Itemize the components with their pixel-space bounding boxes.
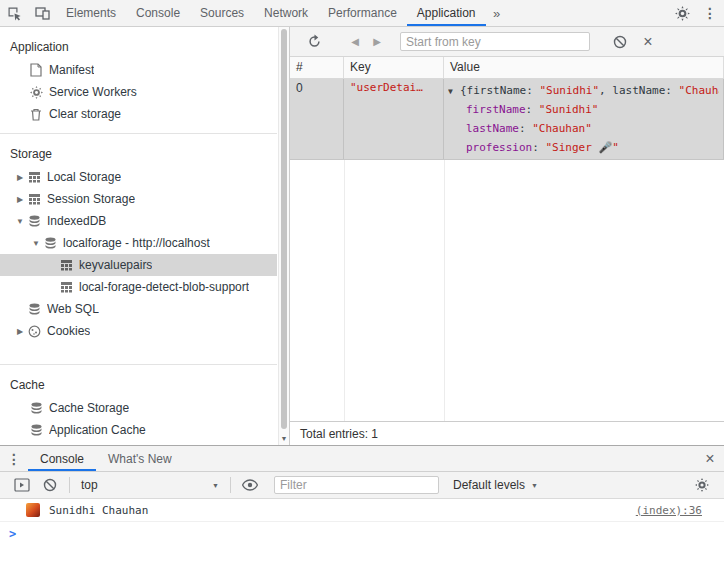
drawer-close-icon[interactable]: ×	[696, 446, 724, 471]
sidebar-item-clear-storage[interactable]: Clear storage	[0, 103, 277, 125]
section-storage: Storage	[0, 142, 277, 166]
chevron-down-icon[interactable]: ▼	[448, 82, 460, 100]
message-avatar	[26, 503, 40, 517]
sidebar-item-service-workers[interactable]: Service Workers	[0, 81, 277, 103]
console-message: Sunidhi Chauhan (index):36	[0, 499, 724, 522]
console-sidebar-toggle-icon[interactable]	[8, 478, 36, 492]
scroll-down-button[interactable]: ▼	[279, 431, 289, 445]
sidebar-item-cookies[interactable]: ▶ Cookies	[0, 320, 277, 342]
toolbar-divider	[69, 477, 70, 493]
table-icon	[58, 281, 74, 293]
row-value: ▼{firstName: "Sunidhi", lastName: "Chauh…	[444, 79, 724, 159]
devtools-tabbar: Elements Console Sources Network Perform…	[0, 0, 724, 27]
context-selector-value: top	[81, 478, 98, 492]
tab-sources[interactable]: Sources	[190, 0, 254, 26]
console-settings-gear-icon[interactable]	[688, 478, 716, 492]
object-property: profession: "Singer 🎤"	[448, 138, 719, 157]
eye-icon[interactable]	[236, 479, 264, 491]
section-cache: Cache	[0, 373, 277, 397]
sidebar-item-label: IndexedDB	[47, 214, 106, 228]
sidebar-item-session-storage[interactable]: ▶ Session Storage	[0, 188, 277, 210]
gear-icon	[28, 86, 44, 99]
object-property: lastName: "Chauhan"	[448, 119, 719, 138]
sidebar-scrollbar[interactable]: ▼	[278, 27, 289, 445]
chevron-right-icon[interactable]: ▶	[14, 195, 26, 204]
tab-console[interactable]: Console	[126, 0, 190, 26]
sidebar-item-application-cache[interactable]: Application Cache	[0, 419, 277, 441]
datagrid-header: # Key Value	[290, 57, 724, 79]
sidebar-item-manifest[interactable]: Manifest	[0, 59, 277, 81]
database-icon	[42, 237, 58, 250]
chevron-right-icon[interactable]: ▶	[14, 173, 26, 182]
application-sidebar: Application Manifest Service Workers	[0, 27, 290, 445]
indexeddb-toolbar: ◀ ▶ ×	[290, 27, 724, 57]
kebab-menu-icon[interactable]: ⋮	[696, 0, 724, 26]
indexeddb-data-pane: ◀ ▶ × # Key Value	[290, 27, 724, 445]
chevron-right-icon[interactable]: ▶	[14, 327, 26, 336]
table-row[interactable]: 0 "userDetai… ▼{firstName: "Sunidhi", la…	[290, 79, 724, 160]
sidebar-item-indexeddb[interactable]: ▼ IndexedDB	[0, 210, 277, 232]
document-icon	[28, 63, 44, 77]
tab-elements[interactable]: Elements	[56, 0, 126, 26]
sidebar-item-label: local-forage-detect-blob-support	[79, 280, 249, 294]
delete-selected-icon[interactable]: ×	[634, 33, 662, 51]
sidebar-item-label: Local Storage	[47, 170, 121, 184]
section-application: Application	[0, 35, 277, 59]
console-message-source-link[interactable]: (index):36	[636, 504, 702, 517]
console-drawer: ⋮ Console What's New × top	[0, 445, 724, 578]
clear-object-store-icon[interactable]	[606, 35, 634, 49]
sidebar-item-label: localforage - http://localhost	[63, 236, 210, 250]
chevron-down-icon[interactable]: ▼	[30, 239, 42, 248]
sidebar-item-label: Cookies	[47, 324, 90, 338]
trash-icon	[28, 108, 44, 121]
console-prompt-icon: >	[9, 527, 16, 541]
page-forward-icon[interactable]: ▶	[366, 36, 388, 47]
sidebar-item-localforage[interactable]: ▼ localforage - http://localhost	[0, 232, 277, 254]
drawer-tabbar: ⋮ Console What's New ×	[0, 446, 724, 472]
drawer-tab-whats-new[interactable]: What's New	[96, 446, 184, 471]
refresh-icon[interactable]	[300, 34, 328, 49]
console-prompt[interactable]: >	[0, 522, 724, 545]
context-selector[interactable]: top ▼	[75, 478, 225, 492]
sidebar-item-label: Service Workers	[49, 85, 137, 99]
tabbar-spacer	[508, 0, 668, 26]
sidebar-item-keyvaluepairs[interactable]: keyvaluepairs	[0, 254, 277, 276]
settings-gear-icon[interactable]	[668, 0, 696, 26]
table-icon	[26, 171, 42, 183]
console-message-text: Sunidhi Chauhan	[49, 504, 148, 517]
database-icon	[26, 303, 42, 316]
object-preview: ▼{firstName: "Sunidhi", lastName: "Chauh…	[448, 81, 719, 100]
toolbar-divider	[230, 477, 231, 493]
sidebar-item-local-storage[interactable]: ▶ Local Storage	[0, 166, 277, 188]
log-levels-selector[interactable]: Default levels ▼	[453, 478, 538, 492]
device-toolbar-icon[interactable]	[28, 0, 56, 26]
tab-application[interactable]: Application	[407, 0, 486, 26]
chevron-down-icon[interactable]: ▼	[14, 217, 26, 226]
drawer-kebab-menu-icon[interactable]: ⋮	[0, 446, 28, 471]
tab-performance[interactable]: Performance	[318, 0, 407, 26]
drawer-tab-console[interactable]: Console	[28, 446, 96, 471]
sidebar-item-cache-storage[interactable]: Cache Storage	[0, 397, 277, 419]
inspect-icon[interactable]	[0, 0, 28, 26]
tab-network[interactable]: Network	[254, 0, 318, 26]
page-back-icon[interactable]: ◀	[344, 36, 366, 47]
clear-console-icon[interactable]	[36, 478, 64, 492]
sidebar-item-web-sql[interactable]: Web SQL	[0, 298, 277, 320]
main-area: Application Manifest Service Workers	[0, 27, 724, 445]
start-from-key-input[interactable]	[400, 32, 590, 51]
sidebar-item-label: Session Storage	[47, 192, 135, 206]
object-property: firstName: "Sunidhi"	[448, 100, 719, 119]
console-filter-input[interactable]	[274, 476, 439, 494]
sidebar-item-label: keyvaluepairs	[79, 258, 152, 272]
database-icon	[28, 402, 44, 415]
scrollbar-thumb[interactable]	[281, 29, 287, 429]
sidebar-item-label: Cache Storage	[49, 401, 129, 415]
sidebar-item-label: Web SQL	[47, 302, 99, 316]
more-tabs-icon[interactable]: »	[486, 0, 508, 26]
sidebar-item-blob-support[interactable]: local-forage-detect-blob-support	[0, 276, 277, 298]
column-header-key: Key	[344, 57, 444, 78]
section-divider	[0, 133, 277, 134]
chevron-down-icon: ▼	[531, 482, 538, 489]
cookie-icon	[26, 325, 42, 338]
total-entries-status: Total entries: 1	[290, 421, 724, 445]
